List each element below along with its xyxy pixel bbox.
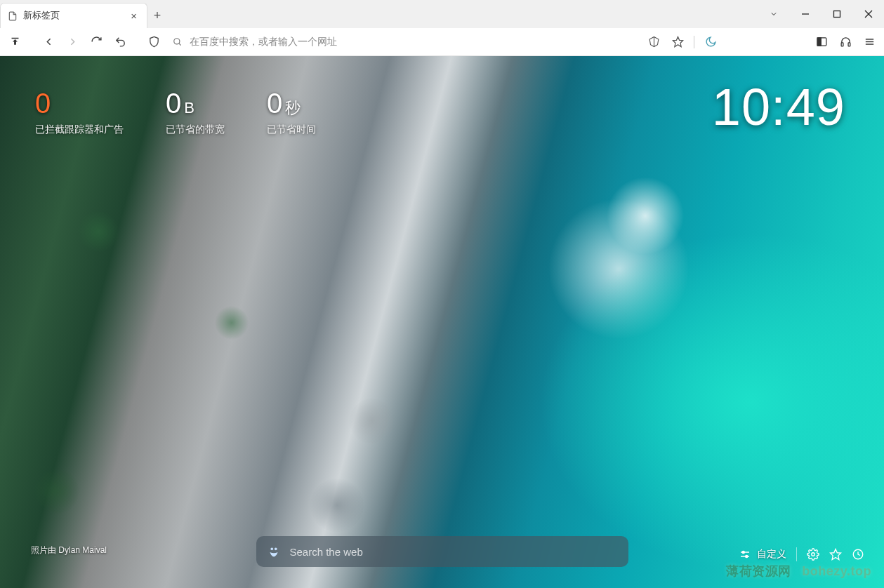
- svg-point-15: [270, 548, 273, 551]
- stat-bandwidth-label: 已节省的带宽: [166, 123, 225, 136]
- history-icon[interactable]: [852, 548, 864, 561]
- titlebar: 新标签页 × +: [0, 0, 884, 28]
- stat-trackers-label: 已拦截跟踪器和广告: [35, 123, 124, 136]
- window-controls: [758, 0, 884, 28]
- sliders-icon: [739, 548, 751, 561]
- moon-icon[interactable]: [700, 32, 721, 53]
- sidebar-icon[interactable]: [811, 32, 832, 53]
- minimize-button[interactable]: [789, 0, 821, 28]
- svg-rect-1: [833, 11, 840, 18]
- maximize-button[interactable]: [821, 0, 852, 28]
- reload-button[interactable]: [86, 32, 107, 53]
- stat-time-unit: 秒: [285, 99, 301, 116]
- watermark: 薄荷资源网 bohezy.top: [726, 563, 871, 580]
- watermark-url: bohezy.top: [802, 564, 871, 578]
- watermark-site: 薄荷资源网: [726, 564, 791, 578]
- address-input[interactable]: [190, 36, 635, 47]
- search-engine-icon[interactable]: [266, 544, 282, 559]
- stat-trackers-value: 0: [35, 88, 51, 119]
- chevron-down-icon[interactable]: [758, 0, 789, 28]
- svg-point-20: [746, 556, 748, 558]
- gear-icon[interactable]: [807, 548, 819, 561]
- brave-icon[interactable]: [643, 32, 664, 53]
- svg-point-16: [274, 548, 277, 551]
- search-input[interactable]: [290, 546, 619, 558]
- svg-point-4: [174, 38, 180, 44]
- photo-credit[interactable]: 照片由 Dylan Maival: [31, 544, 107, 556]
- bookmark-icon[interactable]: [829, 548, 842, 561]
- tab-close-icon[interactable]: ×: [128, 10, 140, 22]
- forward-button[interactable]: [62, 32, 83, 53]
- clock: 10:49: [712, 77, 845, 137]
- undo-icon[interactable]: [110, 32, 131, 53]
- search-icon: [173, 37, 183, 47]
- address-bar[interactable]: [167, 32, 640, 53]
- customize-button[interactable]: 自定义: [739, 548, 786, 561]
- separator: [796, 547, 797, 561]
- stat-time-value: 0: [267, 88, 282, 119]
- svg-rect-11: [848, 43, 850, 46]
- stat-bandwidth[interactable]: 0B 已节省的带宽: [166, 88, 225, 136]
- upload-icon[interactable]: [4, 32, 25, 53]
- browser-tab[interactable]: 新标签页 ×: [0, 3, 147, 28]
- svg-rect-9: [817, 38, 821, 46]
- search-bar[interactable]: [256, 536, 628, 567]
- back-button[interactable]: [38, 32, 59, 53]
- toolbar-right: [643, 32, 880, 53]
- stats-row: 0 已拦截跟踪器和广告 0B 已节省的带宽 0秒 已节省时间: [35, 88, 316, 136]
- close-window-button[interactable]: [852, 0, 884, 28]
- stat-bandwidth-unit: B: [184, 99, 194, 116]
- svg-point-21: [812, 553, 815, 556]
- bottom-right-controls: 自定义: [739, 547, 864, 561]
- headphones-icon[interactable]: [835, 32, 856, 53]
- new-tab-page: 0 已拦截跟踪器和广告 0B 已节省的带宽 0秒 已节省时间 10:49 照片由…: [0, 56, 884, 588]
- svg-rect-10: [841, 43, 843, 46]
- customize-label: 自定义: [757, 548, 786, 561]
- bookmark-star-icon[interactable]: [667, 32, 688, 53]
- new-tab-button[interactable]: +: [147, 3, 167, 28]
- svg-line-5: [179, 43, 181, 45]
- svg-marker-22: [831, 549, 841, 560]
- svg-point-19: [742, 552, 744, 554]
- stat-time[interactable]: 0秒 已节省时间: [267, 88, 316, 136]
- stat-bandwidth-value: 0: [166, 88, 181, 119]
- tab-title: 新标签页: [23, 10, 60, 22]
- shield-icon[interactable]: [143, 32, 164, 53]
- separator: [694, 36, 694, 48]
- toolbar: [0, 28, 884, 56]
- stat-time-label: 已节省时间: [267, 123, 316, 136]
- stat-trackers[interactable]: 0 已拦截跟踪器和广告: [35, 88, 124, 136]
- hamburger-menu-icon[interactable]: [859, 32, 880, 53]
- page-icon: [8, 11, 18, 21]
- svg-marker-6: [673, 36, 682, 46]
